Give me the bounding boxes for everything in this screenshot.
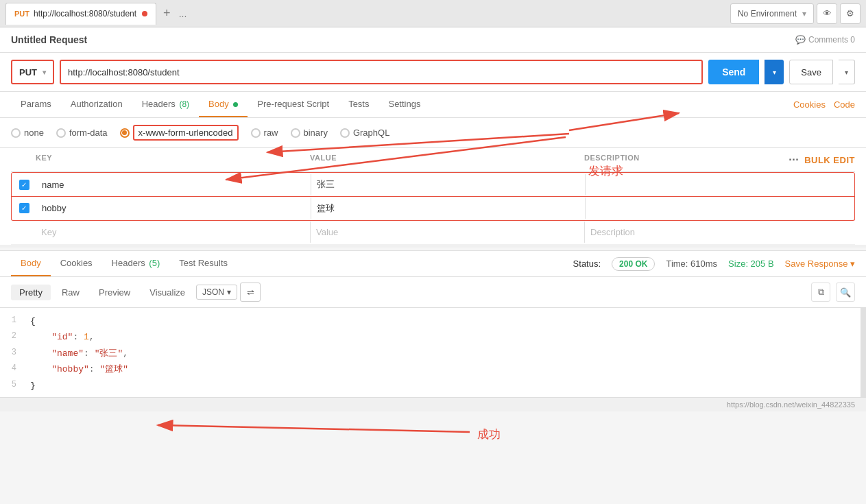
radio-urlencoded: [120, 128, 130, 138]
body-type-urlencoded[interactable]: x-www-form-urlencoded: [120, 125, 239, 141]
checkbox-checked-2[interactable]: [19, 203, 29, 213]
body-type-binary[interactable]: binary: [291, 128, 328, 138]
body-type-raw[interactable]: raw: [251, 128, 278, 138]
tab-modified-dot: [142, 11, 147, 16]
row1-key-input[interactable]: [36, 174, 311, 195]
checkbox-checked[interactable]: [19, 180, 29, 190]
body-type-form-data[interactable]: form-data: [56, 128, 108, 138]
row2-desc-cell: [585, 197, 854, 219]
line-num-3: 3: [0, 346, 27, 361]
top-right-controls: No Environment ▾ 👁 ⚙: [730, 3, 861, 24]
row1-desc-input[interactable]: [586, 174, 854, 195]
save-dropdown-button[interactable]: ▾: [839, 60, 855, 84]
save-button[interactable]: Save: [789, 60, 833, 84]
scrollbar[interactable]: [861, 308, 866, 397]
tab-method-badge: PUT: [14, 10, 29, 18]
empty-table-row: Key Value Description: [11, 220, 855, 245]
comments-button[interactable]: 💬 Comments 0: [795, 35, 855, 45]
tab-authorization[interactable]: Authorization: [61, 92, 132, 117]
more-tabs-button[interactable]: ...: [176, 8, 190, 19]
section-divider: [0, 245, 866, 248]
add-tab-button[interactable]: +: [158, 6, 176, 21]
header-check-col: [11, 154, 36, 166]
body-type-graphql[interactable]: GraphQL: [340, 128, 389, 138]
tab-params[interactable]: Params: [11, 92, 61, 117]
response-time: Time: 610ms: [666, 259, 717, 269]
header-key-col: KEY: [36, 154, 310, 166]
status-label: Status:: [573, 259, 601, 269]
bulk-edit-button[interactable]: Bulk Edit: [804, 155, 855, 165]
tab-url: http://localhost:8080/student: [34, 9, 136, 19]
format-tab-preview[interactable]: Preview: [91, 285, 139, 300]
resp-tab-test-results[interactable]: Test Results: [169, 251, 237, 276]
format-tab-visualize[interactable]: Visualize: [141, 285, 193, 300]
save-response-button[interactable]: Save Response ▾: [785, 259, 855, 269]
code-line-3: 3 "name": "张三",: [0, 346, 866, 361]
env-chevron-icon: ▾: [802, 9, 806, 19]
line-content-5: }: [27, 378, 866, 394]
status-badge: 200 OK: [612, 257, 655, 271]
tab-headers[interactable]: Headers (8): [132, 92, 199, 117]
send-dropdown-button[interactable]: ▾: [765, 60, 784, 84]
tab-settings[interactable]: Settings: [378, 92, 430, 117]
body-type-none[interactable]: none: [11, 128, 44, 138]
table-row: [11, 172, 855, 197]
eye-icon-button[interactable]: 👁: [817, 3, 837, 24]
body-dot-badge: [233, 102, 238, 107]
tab-body[interactable]: Body: [199, 92, 248, 117]
tab-pre-request[interactable]: Pre-request Script: [248, 92, 339, 117]
format-row: Pretty Raw Preview Visualize JSON ▾ ⇌ ⧉ …: [0, 277, 866, 308]
params-table: KEY VALUE DESCRIPTION ··· Bulk Edit: [0, 148, 866, 245]
format-type-select[interactable]: JSON ▾: [196, 285, 237, 300]
line-num-1: 1: [0, 313, 27, 329]
row2-checkbox[interactable]: [12, 203, 36, 213]
tab-nav-right: Cookies Code: [793, 99, 855, 110]
env-label: No Environment: [738, 9, 797, 19]
line-num-5: 5: [0, 378, 27, 394]
row2-key-input[interactable]: [36, 197, 311, 219]
copy-icon-button[interactable]: ⧉: [811, 283, 830, 302]
request-tab[interactable]: PUT http://localhost:8080/student: [5, 3, 156, 25]
header-actions-col: ··· Bulk Edit: [786, 154, 855, 166]
radio-graphql: [340, 128, 350, 138]
row2-key-cell: [36, 197, 311, 219]
method-select[interactable]: PUT ▾: [11, 60, 54, 84]
code-link[interactable]: Code: [834, 99, 855, 110]
resp-tab-body[interactable]: Body: [11, 251, 51, 276]
footer: https://blog.csdn.net/weixin_44822335: [0, 397, 866, 411]
cookies-link[interactable]: Cookies: [793, 99, 826, 110]
radio-form-data: [56, 128, 66, 138]
empty-value-placeholder: Value: [310, 221, 584, 243]
empty-desc-placeholder: Description: [584, 221, 855, 243]
gear-icon-button[interactable]: ⚙: [840, 3, 861, 24]
line-content-3: "name": "张三",: [27, 346, 866, 361]
request-title: Untitled Request: [11, 34, 87, 45]
response-size: Size: 205 B: [728, 259, 774, 269]
send-button[interactable]: Send: [708, 60, 759, 84]
format-tab-pretty[interactable]: Pretty: [11, 285, 51, 300]
url-input[interactable]: [60, 60, 703, 84]
tab-tests[interactable]: Tests: [339, 92, 378, 117]
resp-tab-headers[interactable]: Headers (5): [102, 251, 170, 276]
code-line-4: 4 "hobby": "篮球": [0, 361, 866, 377]
line-content-2: "id": 1,: [27, 329, 866, 345]
header-desc-col: DESCRIPTION: [584, 154, 786, 166]
row2-desc-input[interactable]: [586, 197, 854, 219]
row1-checkbox[interactable]: [12, 180, 36, 190]
format-right-actions: ⧉ 🔍: [811, 283, 855, 302]
resp-tab-cookies[interactable]: Cookies: [51, 251, 102, 276]
row1-value-input[interactable]: [311, 174, 585, 195]
more-options-button[interactable]: ···: [789, 154, 799, 166]
format-tab-raw[interactable]: Raw: [53, 285, 88, 300]
request-title-bar: Untitled Request 💬 Comments 0: [0, 27, 866, 53]
annotation-chenggong: 成功: [477, 427, 501, 442]
method-label: PUT: [19, 67, 37, 77]
code-line-5: 5 }: [0, 378, 866, 394]
url-bar: PUT ▾ Send ▾ Save ▾: [0, 53, 866, 92]
row2-value-input[interactable]: [311, 197, 585, 219]
wrap-button[interactable]: ⇌: [240, 283, 261, 302]
search-icon-button[interactable]: 🔍: [836, 283, 855, 302]
environment-select[interactable]: No Environment ▾: [730, 3, 814, 24]
row1-desc-cell: [585, 174, 854, 195]
row2-value-cell: [311, 197, 585, 219]
